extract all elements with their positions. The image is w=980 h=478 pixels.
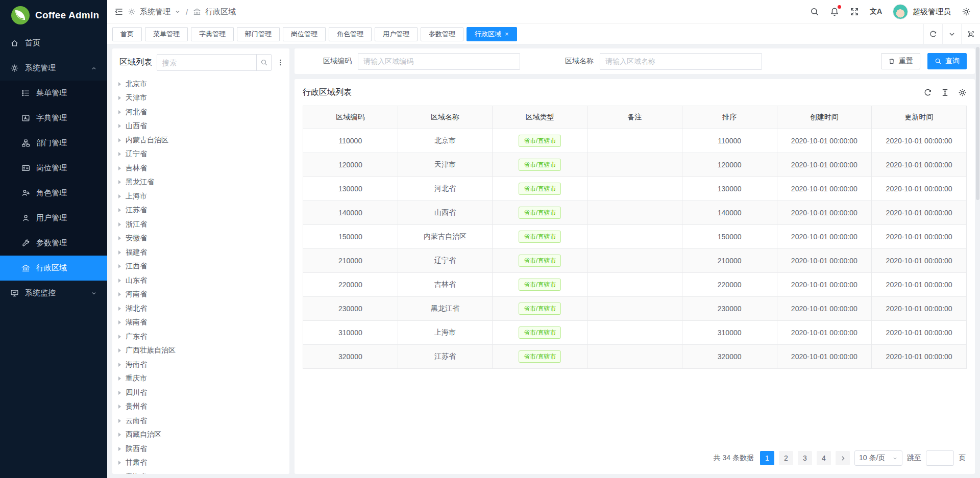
caret-right-icon[interactable] [118,222,121,227]
caret-right-icon[interactable] [118,152,121,156]
settings-gear-icon[interactable] [962,7,971,16]
search-button[interactable]: 查询 [927,53,967,69]
tree-node[interactable]: 广东省 [118,330,289,344]
scrollbar-thumb[interactable] [976,47,979,200]
caret-right-icon[interactable] [118,124,121,128]
tab-menu-mgmt[interactable]: 菜单管理 [145,27,188,41]
row-height-icon[interactable] [941,88,949,97]
caret-right-icon[interactable] [118,236,121,240]
caret-right-icon[interactable] [118,348,121,353]
tab-dict-mgmt[interactable]: 字典管理 [191,27,234,41]
caret-right-icon[interactable] [118,320,121,324]
page-1-button[interactable]: 1 [760,451,774,465]
caret-right-icon[interactable] [118,405,121,409]
user-menu[interactable]: 超级管理员 [893,4,951,19]
caret-right-icon[interactable] [118,138,121,142]
sidebar-item-menu-mgmt[interactable]: 菜单管理 [0,81,107,106]
caret-right-icon[interactable] [118,292,121,296]
tree-node[interactable]: 山东省 [118,273,289,288]
tab-param-mgmt[interactable]: 参数管理 [421,27,463,41]
chevron-down-icon[interactable] [942,24,961,44]
sidebar-item-monitor[interactable]: 系统监控 [0,281,107,306]
refresh-icon[interactable] [923,24,942,44]
sidebar-item-home[interactable]: 首页 [0,31,107,56]
column-settings-gear-icon[interactable] [958,88,967,97]
tree-node[interactable]: 四川省 [118,386,289,400]
sidebar-item-role-mgmt[interactable]: 角色管理 [0,181,107,206]
tree-node[interactable]: 甘肃省 [118,456,289,470]
refresh-icon[interactable] [923,88,932,97]
caret-right-icon[interactable] [118,461,121,465]
tree-node[interactable]: 陕西省 [118,442,289,456]
more-options-icon[interactable] [276,59,284,66]
tree-node[interactable]: 吉林省 [118,161,289,175]
next-page-button[interactable] [836,451,850,465]
sidebar-item-dept-mgmt[interactable]: 部门管理 [0,131,107,156]
maximize-icon[interactable] [961,24,980,44]
tab-region-active[interactable]: 行政区域 × [467,27,517,41]
page-size-select[interactable]: 10 条/页 [854,450,902,466]
sidebar-item-post-mgmt[interactable]: 岗位管理 [0,156,107,181]
tree-node[interactable]: 安徽省 [118,232,289,246]
sidebar-item-param-mgmt[interactable]: 参数管理 [0,231,107,256]
sidebar-item-system[interactable]: 系统管理 [0,56,107,81]
tree-node[interactable]: 贵州省 [118,400,289,414]
language-icon[interactable]: 文A [870,7,882,16]
caret-right-icon[interactable] [118,166,121,170]
tree-node[interactable]: 黑龙江省 [118,175,289,190]
tree-node[interactable]: 广西壮族自治区 [118,344,289,358]
tree-node[interactable]: 江西省 [118,260,289,274]
tree-node[interactable]: 河北省 [118,105,289,119]
tree-node[interactable]: 河南省 [118,288,289,302]
sidebar-item-region[interactable]: 行政区域 [0,256,107,281]
tab-user-mgmt[interactable]: 用户管理 [375,27,418,41]
menu-fold-icon[interactable] [114,7,124,16]
tree-node[interactable]: 辽宁省 [118,147,289,162]
tab-post-mgmt[interactable]: 岗位管理 [283,27,326,41]
caret-right-icon[interactable] [118,391,121,395]
caret-right-icon[interactable] [118,82,121,86]
tree-node[interactable]: 天津市 [118,91,289,106]
caret-right-icon[interactable] [118,376,121,381]
tree-node[interactable]: 西藏自治区 [118,428,289,442]
tab-home[interactable]: 首页 [112,27,142,41]
page-3-button[interactable]: 3 [798,451,812,465]
caret-right-icon[interactable] [118,110,121,114]
tree-node[interactable]: 内蒙古自治区 [118,133,289,147]
region-code-input[interactable] [358,53,520,70]
tree-node[interactable]: 重庆市 [118,372,289,386]
tab-role-mgmt[interactable]: 角色管理 [329,27,372,41]
caret-right-icon[interactable] [118,279,121,283]
page-2-button[interactable]: 2 [779,451,793,465]
tree-node[interactable]: 湖南省 [118,316,289,330]
caret-right-icon[interactable] [118,194,121,198]
caret-right-icon[interactable] [118,307,121,311]
search-icon[interactable] [810,7,819,16]
tree-node[interactable]: 浙江省 [118,217,289,232]
page-4-button[interactable]: 4 [817,451,831,465]
caret-right-icon[interactable] [118,335,121,339]
tree-node[interactable]: 上海市 [118,189,289,204]
breadcrumb-section[interactable]: 系统管理 [140,7,170,17]
tree-node[interactable]: 湖北省 [118,301,289,316]
tree-node[interactable]: 江苏省 [118,204,289,218]
caret-right-icon[interactable] [118,264,121,268]
caret-right-icon[interactable] [118,363,121,367]
fullscreen-icon[interactable] [850,7,859,16]
tree-node[interactable]: 山西省 [118,119,289,134]
caret-right-icon[interactable] [118,250,121,255]
caret-right-icon[interactable] [118,433,121,437]
tree-node[interactable]: 海南省 [118,358,289,372]
reset-button[interactable]: 重置 [881,53,920,69]
tab-dept-mgmt[interactable]: 部门管理 [237,27,280,41]
caret-right-icon[interactable] [118,96,121,100]
tree-node[interactable]: 云南省 [118,414,289,428]
caret-right-icon[interactable] [118,419,121,423]
search-icon[interactable] [256,54,272,71]
caret-right-icon[interactable] [118,180,121,184]
tree-search-input[interactable] [157,54,272,71]
tree-node[interactable]: 福建省 [118,245,289,260]
tree-node[interactable]: 青海省 [118,470,289,474]
region-name-input[interactable] [600,53,762,70]
jump-page-input[interactable] [926,450,954,466]
